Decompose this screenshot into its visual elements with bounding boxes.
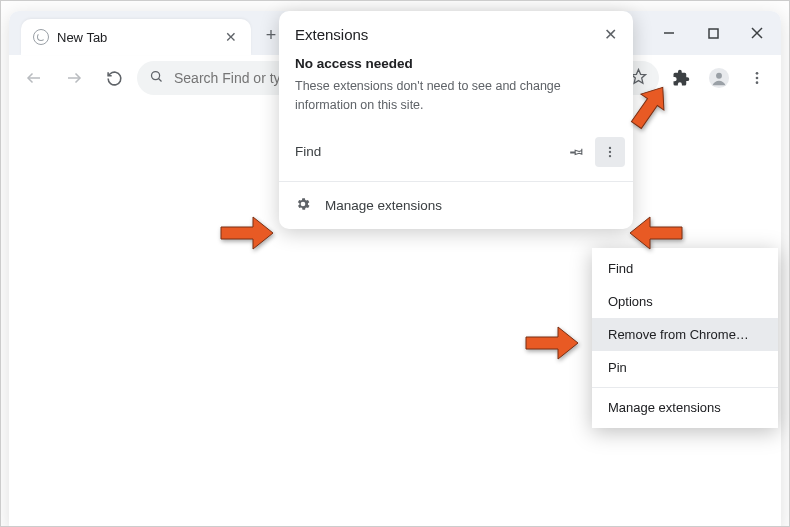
context-menu: Find Options Remove from Chrome… Pin Man… xyxy=(592,248,778,428)
svg-rect-1 xyxy=(709,29,718,38)
ctx-item-remove[interactable]: Remove from Chrome… xyxy=(592,318,778,351)
svg-point-16 xyxy=(609,154,611,156)
svg-point-6 xyxy=(152,71,160,79)
manage-extensions-label: Manage extensions xyxy=(325,198,442,213)
arrow-icon xyxy=(522,321,582,365)
popup-title: Extensions xyxy=(295,26,604,43)
ctx-item-find[interactable]: Find xyxy=(592,252,778,285)
ctx-item-pin[interactable]: Pin xyxy=(592,351,778,384)
close-icon[interactable]: ✕ xyxy=(604,25,617,44)
gear-icon xyxy=(295,196,311,215)
back-button[interactable] xyxy=(17,61,51,95)
pin-icon[interactable] xyxy=(561,137,591,167)
minimize-button[interactable] xyxy=(647,13,691,53)
svg-point-13 xyxy=(756,81,759,84)
arrow-icon xyxy=(621,79,677,135)
svg-line-7 xyxy=(159,78,162,81)
ctx-item-manage[interactable]: Manage extensions xyxy=(592,391,778,424)
svg-point-10 xyxy=(716,73,722,79)
tab-title: New Tab xyxy=(57,30,215,45)
svg-point-15 xyxy=(609,150,611,152)
popup-description: These extensions don't need to see and c… xyxy=(295,77,617,115)
forward-button[interactable] xyxy=(57,61,91,95)
divider xyxy=(279,181,633,182)
extension-label: Find xyxy=(295,144,561,159)
kebab-menu-button[interactable] xyxy=(741,62,773,94)
arrow-icon xyxy=(217,211,277,255)
search-icon xyxy=(149,69,164,88)
svg-point-11 xyxy=(756,72,759,75)
profile-button[interactable] xyxy=(703,62,735,94)
divider xyxy=(592,387,778,388)
svg-point-12 xyxy=(756,77,759,80)
svg-point-14 xyxy=(609,146,611,148)
reload-button[interactable] xyxy=(97,61,131,95)
close-tab-icon[interactable]: ✕ xyxy=(223,29,239,45)
maximize-button[interactable] xyxy=(691,13,735,53)
popup-subheading: No access needed xyxy=(295,56,617,71)
globe-icon xyxy=(33,29,49,45)
browser-tab[interactable]: New Tab ✕ xyxy=(21,19,251,55)
extension-item-find[interactable]: Find xyxy=(279,127,633,177)
arrow-icon xyxy=(626,211,686,255)
ctx-item-options[interactable]: Options xyxy=(592,285,778,318)
more-actions-button[interactable] xyxy=(595,137,625,167)
manage-extensions-button[interactable]: Manage extensions xyxy=(279,186,633,225)
extensions-popup: Extensions ✕ No access needed These exte… xyxy=(279,11,633,229)
close-button[interactable] xyxy=(735,13,779,53)
